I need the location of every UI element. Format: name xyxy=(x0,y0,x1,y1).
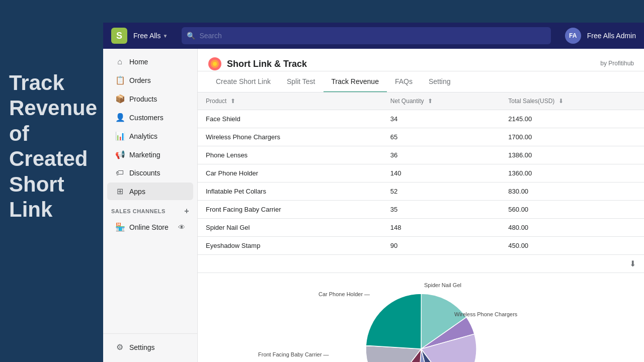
sort-sales-icon: ⬇ xyxy=(558,98,564,105)
sidebar-item-discounts[interactable]: 🏷 Discounts xyxy=(107,164,193,182)
cell-product: Eyeshadow Stamp xyxy=(198,237,382,255)
sidebar: ⌂ Home 📋 Orders 📦 Products 👤 Customers 📊… xyxy=(103,49,198,362)
avatar: FA xyxy=(565,28,581,44)
cell-sales: 1700.00 xyxy=(500,128,644,146)
table-row: Car Phone Holder 140 1360.00 xyxy=(198,164,644,183)
sales-channels-header: SALES CHANNELS + xyxy=(103,201,197,218)
cell-product: Phone Lenses xyxy=(198,146,382,164)
cell-qty: 90 xyxy=(382,237,500,255)
sidebar-label-home: Home xyxy=(129,58,148,66)
cell-qty: 34 xyxy=(382,110,500,128)
cell-product: Inflatable Pet Collars xyxy=(198,183,382,201)
cell-sales: 560.00 xyxy=(500,201,644,219)
table-row: Front Facing Baby Carrier 35 560.00 xyxy=(198,201,644,219)
cell-qty: 65 xyxy=(382,128,500,146)
home-icon: ⌂ xyxy=(115,57,124,66)
search-bar[interactable]: 🔍 xyxy=(182,27,550,44)
revenue-table: Product ⬆ Net Quantity ⬆ Total Sales(USD… xyxy=(198,92,644,255)
search-input[interactable] xyxy=(199,32,545,40)
sidebar-label-orders: Orders xyxy=(129,76,151,84)
apps-icon: ⊞ xyxy=(115,187,124,196)
tab-split-test[interactable]: Split Test xyxy=(279,71,324,93)
bg-decorative-text: TrackRevenueofCreatedShortLink xyxy=(9,70,105,222)
sidebar-bottom: ⚙ Settings xyxy=(103,333,197,360)
sidebar-item-apps[interactable]: ⊞ Apps xyxy=(107,183,193,200)
app-container: S Free Alls ▼ 🔍 FA Free Alls Admin ⌂ Hom… xyxy=(103,23,644,362)
pie-label-front: Front Facing Baby Carrier — xyxy=(258,351,329,357)
sidebar-item-online-store[interactable]: 🏪 Online Store 👁 xyxy=(107,218,193,236)
app-header: Short Link & Track by Profitihub xyxy=(198,49,644,71)
discounts-icon: 🏷 xyxy=(115,168,124,177)
orders-icon: 📋 xyxy=(115,75,124,85)
sidebar-label-settings: Settings xyxy=(129,343,155,351)
sidebar-label-analytics: Analytics xyxy=(129,132,157,140)
col-qty[interactable]: Net Quantity ⬆ xyxy=(382,93,500,110)
table-row: Eyeshadow Stamp 90 450.00 xyxy=(198,237,644,255)
main-content: Short Link & Track by Profitihub Create … xyxy=(198,49,644,362)
sidebar-item-customers[interactable]: 👤 Customers xyxy=(107,109,193,126)
sidebar-item-marketing[interactable]: 📢 Marketing xyxy=(107,146,193,163)
tabs-bar: Create Short Link Split Test Track Reven… xyxy=(198,71,644,92)
table-row: Phone Lenses 36 1386.00 xyxy=(198,146,644,164)
shopify-logo: S xyxy=(111,28,127,44)
cell-qty: 36 xyxy=(382,146,500,164)
sidebar-label-online-store: Online Store xyxy=(129,223,169,231)
download-bar: ⬇ xyxy=(198,255,644,273)
cell-product: Wireless Phone Chargers xyxy=(198,128,382,146)
tab-setting[interactable]: Setting xyxy=(421,71,459,93)
online-store-icon: 🏪 xyxy=(115,222,124,232)
sidebar-item-orders[interactable]: 📋 Orders xyxy=(107,71,193,89)
table-row: Wireless Phone Chargers 65 1700.00 xyxy=(198,128,644,146)
sidebar-item-analytics[interactable]: 📊 Analytics xyxy=(107,127,193,145)
products-icon: 📦 xyxy=(115,94,124,104)
chart-area: Car Phone Holder — Spider Nail Gel Wirel… xyxy=(198,273,644,362)
settings-icon: ⚙ xyxy=(115,342,124,352)
pie-slice[interactable] xyxy=(366,294,421,349)
sidebar-item-home[interactable]: ⌂ Home xyxy=(107,53,193,70)
svg-point-2 xyxy=(213,62,217,66)
cell-product: Face Shield xyxy=(198,110,382,128)
pie-label-spider: Spider Nail Gel xyxy=(424,282,461,288)
sort-product-icon: ⬆ xyxy=(230,98,235,105)
pie-label-wireless: Wireless Phone Chargers xyxy=(454,311,517,317)
cell-qty: 52 xyxy=(382,183,500,201)
search-icon: 🔍 xyxy=(187,32,195,40)
download-icon[interactable]: ⬇ xyxy=(629,259,636,268)
store-selector[interactable]: Free Alls ▼ xyxy=(133,32,168,40)
cell-sales: 830.00 xyxy=(500,183,644,201)
cell-sales: 1360.00 xyxy=(500,164,644,183)
cell-sales: 2145.00 xyxy=(500,110,644,128)
cell-sales: 1386.00 xyxy=(500,146,644,164)
table-row: Face Shield 34 2145.00 xyxy=(198,110,644,128)
eye-icon[interactable]: 👁 xyxy=(178,223,185,231)
topbar: S Free Alls ▼ 🔍 FA Free Alls Admin xyxy=(103,23,644,49)
cell-product: Car Phone Holder xyxy=(198,164,382,183)
sort-qty-icon: ⬆ xyxy=(428,98,433,105)
sidebar-label-marketing: Marketing xyxy=(129,151,160,159)
cell-product: Spider Nail Gel xyxy=(198,219,382,237)
admin-name: Free Alls Admin xyxy=(587,32,636,40)
chevron-down-icon: ▼ xyxy=(163,33,168,39)
app-title-row: Short Link & Track xyxy=(208,57,307,71)
sidebar-label-apps: Apps xyxy=(129,188,145,196)
table-row: Inflatable Pet Collars 52 830.00 xyxy=(198,183,644,201)
table-container: Product ⬆ Net Quantity ⬆ Total Sales(USD… xyxy=(198,92,644,273)
sidebar-item-settings[interactable]: ⚙ Settings xyxy=(107,338,193,356)
sidebar-item-products[interactable]: 📦 Products xyxy=(107,90,193,108)
analytics-icon: 📊 xyxy=(115,131,124,141)
col-product[interactable]: Product ⬆ xyxy=(198,93,382,110)
body-layout: ⌂ Home 📋 Orders 📦 Products 👤 Customers 📊… xyxy=(103,49,644,362)
cell-sales: 480.00 xyxy=(500,219,644,237)
col-sales[interactable]: Total Sales(USD) ⬇ xyxy=(500,93,644,110)
tab-faqs[interactable]: FAQs xyxy=(387,71,421,93)
table-row: Spider Nail Gel 148 480.00 xyxy=(198,219,644,237)
pie-chart-container: Car Phone Holder — Spider Nail Gel Wirel… xyxy=(208,281,634,362)
marketing-icon: 📢 xyxy=(115,150,124,159)
add-sales-channel-button[interactable]: + xyxy=(184,207,189,216)
customers-icon: 👤 xyxy=(115,113,124,122)
tab-create-short-link[interactable]: Create Short Link xyxy=(208,71,279,93)
tab-track-revenue[interactable]: Track Revenue xyxy=(324,71,387,93)
cell-product: Front Facing Baby Carrier xyxy=(198,201,382,219)
app-title: Short Link & Track xyxy=(227,59,307,69)
sidebar-label-discounts: Discounts xyxy=(129,169,160,177)
